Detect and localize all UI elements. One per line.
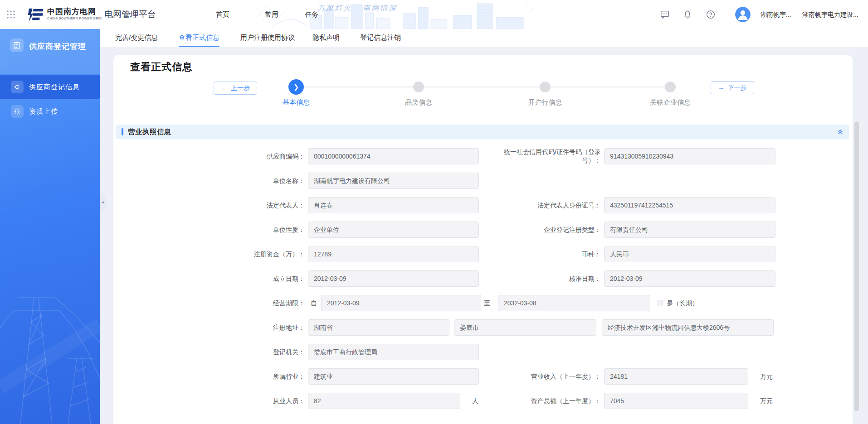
long-term-checkbox[interactable]: [657, 300, 663, 306]
employees-input[interactable]: 82: [308, 393, 460, 409]
brand-name-cn: 中国南方电网: [47, 7, 102, 16]
term-from-label: 自: [311, 295, 317, 311]
term-from-input[interactable]: 2012-03-09: [321, 295, 481, 311]
company-name-input[interactable]: 湖南帆宇电力建设有限公司: [308, 173, 479, 189]
revenue-input[interactable]: 24181: [604, 368, 748, 385]
transmission-tower-art: [0, 243, 100, 424]
content-card: 查看正式信息 ←上一步 →下一步 ❯ 基本信息 品类信息 开户行信息 关联企业信…: [113, 55, 853, 424]
reg-address-province-input[interactable]: 湖南省: [308, 319, 449, 336]
reg-type-label: 企业登记注册类型：: [492, 226, 601, 234]
tab-deregistration[interactable]: 登记信息注销: [360, 29, 401, 46]
step-basic-info-dot[interactable]: ❯: [288, 79, 304, 95]
collapse-section-icon[interactable]: [837, 129, 844, 135]
reg-capital-input[interactable]: 12789: [308, 246, 479, 262]
step-label-bank-info: 开户行信息: [509, 98, 581, 107]
gear-icon: [11, 105, 24, 118]
form-row: 注册资金（万）： 12789 币种： 人民币: [113, 246, 853, 270]
user-name[interactable]: 湖南帆宇...: [761, 0, 791, 29]
nav-home[interactable]: 首页: [216, 0, 229, 29]
assets-label: 资产总额（上一年度）：: [492, 397, 601, 405]
unit-nature-input[interactable]: 企业单位: [308, 222, 479, 238]
csg-logo: [27, 6, 44, 23]
currency-label: 币种：: [492, 250, 601, 259]
step-label-related-enterprise: 关联企业信息: [634, 98, 707, 107]
arrow-right-icon: →: [718, 84, 724, 91]
app-launcher-icon[interactable]: [6, 10, 15, 19]
reg-authority-input[interactable]: 娄底市工商行政管理局: [308, 344, 479, 360]
step-category-info-dot[interactable]: [413, 82, 424, 92]
approval-date-input[interactable]: 2012-03-09: [604, 270, 775, 287]
assets-input[interactable]: 7045: [604, 393, 748, 409]
tab-update-info[interactable]: 完善/变更信息: [115, 29, 158, 46]
unit-nature-label: 单位性质：: [113, 226, 305, 234]
top-header: 中国南方电网 CHINA SOUTHERN POWER GRID 电网管理平台 …: [0, 0, 868, 29]
section-title: 营业执照信息: [128, 125, 171, 139]
form-row: 登记机关： 娄底市工商行政管理局: [113, 344, 853, 368]
tab-user-agreement[interactable]: 用户注册使用协议: [240, 29, 295, 46]
legal-rep-id-input[interactable]: 432501197412254515: [604, 197, 775, 213]
form-row: 供应商编码： 0001000000061374 统一社会信用代码/证件号码（登录…: [113, 148, 853, 173]
tab-bar: 完善/变更信息 查看正式信息 用户注册使用协议 隐私声明 登记信息注销: [100, 29, 868, 47]
revenue-label: 营业收入（上一年度）：: [492, 372, 601, 381]
term-to-input[interactable]: 2032-03-08: [498, 295, 650, 311]
brand-block: 中国南方电网 CHINA SOUTHERN POWER GRID: [47, 7, 102, 20]
company-name-label: 单位名称：: [113, 177, 305, 185]
credit-code-input[interactable]: 914313005910230943: [604, 148, 775, 164]
help-icon[interactable]: [706, 10, 716, 19]
nav-common[interactable]: 常用: [265, 0, 278, 29]
business-term-label: 经营期限：: [113, 299, 305, 308]
form-row: 成立日期： 2012-03-09 核准日期： 2012-03-09: [113, 270, 853, 295]
form-row: 法定代表人： 肖连春 法定代表人身份证号： 432501197412254515: [113, 197, 853, 222]
industry-input[interactable]: 建筑业: [308, 368, 479, 385]
sidebar: 供应商登记管理 供应商登记信息 资质上传: [0, 29, 100, 424]
user-avatar[interactable]: [735, 7, 751, 22]
slogan-text: 万家灯火 · 南网情深: [317, 4, 397, 13]
form-row: 所属行业： 建筑业 营业收入（上一年度）： 24181 万元: [113, 368, 853, 393]
employees-unit: 人: [472, 393, 478, 409]
term-to-label: 至: [484, 295, 490, 311]
section-marker: [122, 128, 123, 135]
form-row: 单位名称： 湖南帆宇电力建设有限公司: [113, 173, 853, 197]
arrow-left-icon: ←: [221, 84, 227, 92]
sidebar-item-qualification-upload[interactable]: 资质上传: [0, 101, 100, 122]
company-name[interactable]: 湖南帆宇电力建设...: [802, 0, 858, 29]
tab-view-official-info[interactable]: 查看正式信息: [179, 29, 219, 47]
legal-rep-label: 法定代表人：: [113, 201, 305, 210]
reg-capital-label: 注册资金（万）：: [113, 250, 305, 259]
tab-privacy-statement[interactable]: 隐私声明: [312, 29, 340, 46]
step-bank-info-dot[interactable]: [540, 82, 551, 92]
notification-bell-icon[interactable]: [683, 10, 692, 19]
form-row: 从业人员： 82 人 资产总额（上一年度）： 7045 万元: [113, 393, 853, 417]
brand-name-en: CHINA SOUTHERN POWER GRID: [47, 16, 102, 20]
vertical-scrollbar-thumb[interactable]: [854, 121, 859, 411]
currency-input[interactable]: 人民币: [604, 246, 775, 262]
reg-address-detail-input[interactable]: 经济技术开发区湘中物流园信息大楼2606号: [602, 319, 774, 336]
clipboard-icon: [10, 39, 24, 52]
sidebar-item-supplier-registration-info[interactable]: 供应商登记信息: [0, 75, 100, 99]
long-term-checkbox-label: 是（长期）: [667, 295, 698, 311]
reg-type-input[interactable]: 有限责任公司: [604, 222, 775, 238]
message-icon[interactable]: [660, 10, 670, 19]
supplier-code-input[interactable]: 0001000000061374: [308, 148, 479, 164]
nav-tasks[interactable]: 任务: [305, 0, 318, 29]
credit-code-label: 统一社会信用代码/证件号码（登录号）：: [492, 148, 601, 165]
reg-address-label: 注册地址：: [113, 323, 305, 332]
sidebar-collapse-handle[interactable]: ◂: [100, 193, 106, 211]
reg-address-city-input[interactable]: 娄底市: [454, 319, 596, 336]
industry-label: 所属行业：: [113, 372, 305, 381]
legal-rep-id-label: 法定代表人身份证号：: [492, 201, 601, 210]
supplier-code-label: 供应商编码：: [113, 152, 305, 161]
prev-step-button[interactable]: ←上一步: [214, 82, 257, 95]
employees-label: 从业人员：: [113, 397, 305, 405]
legal-rep-input[interactable]: 肖连春: [308, 197, 479, 213]
platform-title: 电网管理平台: [104, 0, 156, 29]
sidebar-module-supplier-registration[interactable]: 供应商登记管理: [0, 29, 100, 74]
next-step-button[interactable]: →下一步: [711, 81, 754, 94]
step-related-enterprise-dot[interactable]: [665, 82, 676, 92]
step-label-category-info: 品类信息: [382, 98, 455, 107]
reg-authority-label: 登记机关：: [113, 348, 305, 357]
form-row-reg-address: 注册地址： 湖南省 娄底市 经济技术开发区湘中物流园信息大楼2606号: [113, 319, 853, 344]
establish-date-input[interactable]: 2012-03-09: [308, 270, 479, 287]
app-window: 中国南方电网 CHINA SOUTHERN POWER GRID 电网管理平台 …: [0, 0, 868, 424]
form-row-business-term: 经营期限： 自 2012-03-09 至 2032-03-08 是（长期）: [113, 295, 853, 319]
